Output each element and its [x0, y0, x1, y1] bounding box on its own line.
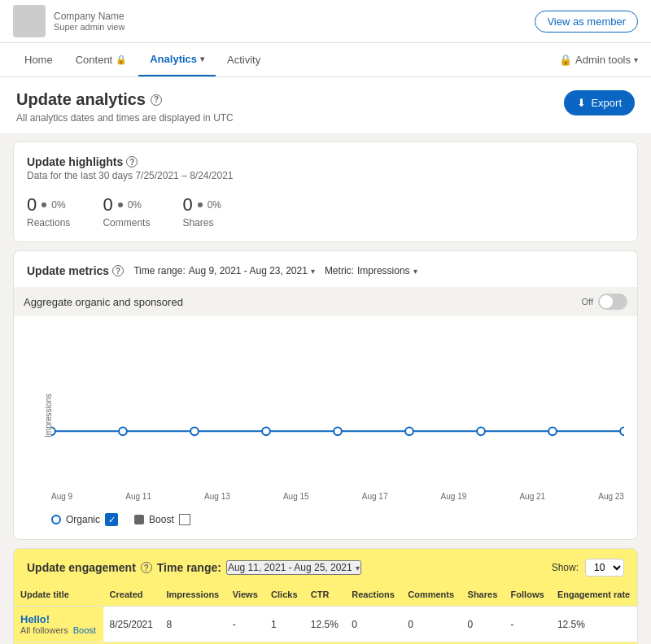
col-update-title: Update title — [14, 583, 103, 607]
cell-clicks: 1 — [264, 607, 304, 642]
nav-analytics[interactable]: Analytics ▾ — [138, 43, 216, 76]
x-label-3: Aug 15 — [283, 492, 309, 501]
chevron-down-range: ▾ — [311, 267, 315, 276]
x-label-4: Aug 17 — [362, 492, 388, 501]
toggle-off-label: Off — [582, 297, 593, 307]
highlights-title: Update highlights ? — [27, 155, 624, 168]
x-axis-labels: Aug 9 Aug 11 Aug 13 Aug 15 Aug 17 Aug 19… — [51, 492, 624, 501]
metric-type-selector[interactable]: Metric: Impressions ▾ — [325, 265, 417, 276]
highlights-subtitle: Data for the last 30 days 7/25/2021 – 8/… — [27, 170, 624, 181]
col-ctr: CTR — [304, 583, 345, 607]
highlights-metrics: 0 0% Reactions 0 0% Comments 0 0% — [27, 194, 624, 228]
page-subtitle: All analytics dates and times are displa… — [16, 112, 234, 124]
svg-point-10 — [620, 427, 624, 435]
chevron-down-metric: ▾ — [413, 267, 417, 276]
svg-point-7 — [405, 427, 413, 435]
comments-metric: 0 0% Comments — [103, 194, 150, 228]
legend-sponsored: Boost — [134, 514, 190, 525]
top-bar: Company Name Super admin view View as me… — [0, 0, 651, 43]
update-title-text[interactable]: Hello! — [20, 613, 97, 625]
engagement-table: Update title Created Impressions Views C… — [14, 583, 637, 642]
reactions-metric: 0 0% Reactions — [27, 194, 70, 228]
company-logo — [13, 5, 46, 37]
dot-shares — [198, 202, 203, 207]
metrics-header: Update metrics ? Time range: Aug 9, 2021… — [27, 264, 624, 277]
svg-point-6 — [334, 427, 342, 435]
export-button[interactable]: ⬇ Export — [564, 90, 635, 115]
company-name: Company Name — [54, 11, 125, 22]
x-label-6: Aug 21 — [519, 492, 545, 501]
engagement-card: Update engagement ? Time range: Aug 11, … — [13, 548, 638, 644]
cell-comments: 0 — [401, 607, 461, 642]
engagement-help-icon[interactable]: ? — [141, 562, 152, 573]
col-views: Views — [226, 583, 264, 607]
engagement-range-selector[interactable]: Aug 11, 2021 - Aug 25, 2021 ▾ — [226, 560, 361, 575]
col-impressions: Impressions — [159, 583, 225, 607]
shares-metric: 0 0% Shares — [182, 194, 221, 228]
top-bar-left: Company Name Super admin view — [13, 5, 125, 37]
table-row: Hello! All followers Boost 8/25/2021 8 -… — [14, 607, 637, 642]
svg-point-9 — [548, 427, 557, 435]
metrics-title: Update metrics ? — [27, 264, 124, 277]
nav-activity[interactable]: Activity — [216, 44, 272, 76]
cell-follows: - — [505, 607, 551, 642]
chart-legend: Organic ✓ Boost — [51, 513, 624, 526]
nav-bar: Home Content 🔒 Analytics ▾ Activity 🔒 Ad… — [0, 43, 651, 77]
view-as-member-button[interactable]: View as member — [535, 11, 638, 33]
aggregate-toggle-group: Off — [582, 294, 627, 310]
x-label-0: Aug 9 — [51, 492, 72, 501]
show-count-select[interactable]: 10 25 50 — [585, 559, 624, 577]
aggregate-toggle[interactable] — [598, 294, 627, 310]
dot-reactions — [42, 202, 46, 207]
col-reactions: Reactions — [345, 583, 401, 607]
col-follows: Follows — [505, 583, 551, 607]
sponsored-checkbox[interactable] — [179, 514, 190, 525]
x-label-7: Aug 23 — [598, 492, 624, 501]
chevron-down-engagement: ▾ — [356, 564, 360, 572]
time-range-selector[interactable]: Time range: Aug 9, 2021 - Aug 23, 2021 ▾ — [133, 265, 315, 276]
table-header-row: Update title Created Impressions Views C… — [14, 583, 637, 607]
page-title: Update analytics ? — [16, 90, 234, 109]
page-title-section: Update analytics ? All analytics dates a… — [16, 90, 234, 124]
sponsored-square-icon — [134, 515, 144, 524]
aggregate-row: Aggregate organic and sponsored Off — [14, 287, 637, 316]
tag-boost: Boost — [73, 625, 96, 635]
metrics-card: Update metrics ? Time range: Aug 9, 2021… — [13, 250, 638, 540]
page-header: Update analytics ? All analytics dates a… — [0, 77, 651, 133]
nav-left: Home Content 🔒 Analytics ▾ Activity — [13, 43, 272, 76]
cell-ctr: 12.5% — [304, 607, 345, 642]
help-icon[interactable]: ? — [151, 94, 162, 106]
col-shares: Shares — [461, 583, 505, 607]
cell-engagement-rate: 12.5% — [551, 607, 637, 642]
organic-circle-icon — [51, 515, 61, 524]
dot-comments — [118, 202, 123, 207]
cell-views: - — [226, 607, 264, 642]
chart-area: Impressions 0 — [27, 326, 624, 505]
organic-check-icon[interactable]: ✓ — [105, 513, 118, 526]
nav-admin-tools[interactable]: 🔒 Admin tools ▾ — [559, 54, 638, 66]
super-admin-badge: Super admin view — [54, 22, 125, 32]
highlights-help-icon[interactable]: ? — [126, 156, 138, 168]
cell-shares: 0 — [461, 607, 505, 642]
cell-update-title: Hello! All followers Boost — [14, 607, 103, 642]
x-label-1: Aug 11 — [125, 492, 151, 501]
chart-svg: 0 — [51, 326, 624, 489]
engagement-header: Update engagement ? Time range: Aug 11, … — [14, 549, 637, 583]
cell-created: 8/25/2021 — [103, 607, 160, 642]
line-chart: 0 — [51, 326, 624, 489]
engagement-title: Update engagement ? Time range: Aug 11, … — [27, 560, 361, 575]
cell-reactions: 0 — [345, 607, 401, 642]
nav-content[interactable]: Content 🔒 — [64, 44, 139, 76]
svg-point-3 — [119, 427, 127, 435]
metrics-help-icon[interactable]: ? — [112, 265, 124, 276]
svg-point-4 — [190, 427, 199, 435]
toggle-slider — [598, 294, 627, 310]
lock-icon-admin: 🔒 — [559, 54, 572, 66]
y-axis-label: Impressions — [44, 394, 53, 437]
x-label-2: Aug 13 — [204, 492, 230, 501]
download-icon: ⬇ — [577, 97, 586, 109]
chevron-down-icon: ▾ — [200, 54, 204, 63]
col-created: Created — [103, 583, 160, 607]
svg-point-8 — [477, 427, 485, 435]
nav-home[interactable]: Home — [13, 44, 64, 76]
